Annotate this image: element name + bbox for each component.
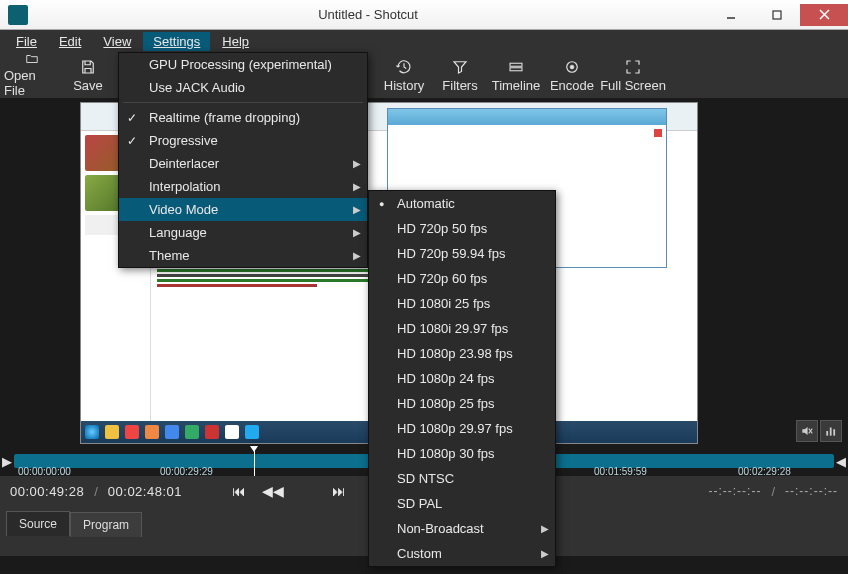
filters-button[interactable]: Filters — [432, 52, 488, 98]
maximize-button[interactable] — [754, 4, 800, 26]
submenu-arrow-icon: ▶ — [353, 181, 361, 192]
menu-view[interactable]: View — [93, 32, 141, 51]
history-button[interactable]: History — [376, 52, 432, 98]
svg-rect-11 — [830, 428, 832, 436]
vm-hd720p50[interactable]: HD 720p 50 fps — [369, 216, 555, 241]
submenu-arrow-icon: ▶ — [353, 158, 361, 169]
svg-rect-4 — [510, 63, 522, 66]
window-title: Untitled - Shotcut — [28, 7, 708, 22]
vm-hd1080p30[interactable]: HD 1080p 30 fps — [369, 441, 555, 466]
menu-realtime[interactable]: ✓Realtime (frame dropping) — [119, 106, 367, 129]
time-separator: / — [94, 484, 98, 499]
radio-selected-icon: ● — [379, 199, 384, 209]
timecode-3: 00:02:29:28 — [738, 466, 791, 477]
encode-label: Encode — [550, 78, 594, 93]
in-point: --:--:--:-- — [708, 484, 761, 498]
timecode-1: 00:00:29:29 — [160, 466, 213, 477]
check-icon: ✓ — [127, 134, 137, 148]
vm-hd1080p24[interactable]: HD 1080p 24 fps — [369, 366, 555, 391]
vm-hd1080p2398[interactable]: HD 1080p 23.98 fps — [369, 341, 555, 366]
tab-program[interactable]: Program — [70, 512, 142, 537]
video-mode-submenu: ●Automatic HD 720p 50 fps HD 720p 59.94 … — [368, 190, 556, 567]
save-label: Save — [73, 78, 103, 93]
timeline-scroll-left[interactable]: ▶ — [2, 452, 12, 470]
menu-file[interactable]: File — [6, 32, 47, 51]
vm-hd720p5994[interactable]: HD 720p 59.94 fps — [369, 241, 555, 266]
skip-end-button[interactable]: ⏭ — [332, 483, 346, 499]
timeline-label: Timeline — [492, 78, 541, 93]
skip-start-button[interactable]: ⏮ — [232, 483, 246, 499]
svg-rect-10 — [826, 431, 828, 436]
submenu-arrow-icon: ▶ — [353, 250, 361, 261]
tab-source[interactable]: Source — [6, 511, 70, 536]
vm-hd1080i2997[interactable]: HD 1080i 29.97 fps — [369, 316, 555, 341]
submenu-arrow-icon: ▶ — [353, 227, 361, 238]
full-screen-button[interactable]: Full Screen — [600, 52, 666, 98]
minimize-button[interactable] — [708, 4, 754, 26]
rewind-button[interactable]: ◀◀ — [262, 483, 284, 499]
vm-automatic[interactable]: ●Automatic — [369, 191, 555, 216]
menu-interpolation[interactable]: Interpolation▶ — [119, 175, 367, 198]
timecode-0: 00:00:00:00 — [18, 466, 71, 477]
app-icon — [8, 5, 28, 25]
save-button[interactable]: Save — [60, 52, 116, 98]
window-controls — [708, 4, 848, 26]
svg-rect-12 — [833, 429, 835, 435]
timeline-scroll-right[interactable]: ◀ — [836, 452, 846, 470]
encode-button[interactable]: Encode — [544, 52, 600, 98]
submenu-arrow-icon: ▶ — [541, 548, 549, 559]
menu-theme[interactable]: Theme▶ — [119, 244, 367, 267]
open-file-label: Open File — [4, 68, 60, 98]
submenu-arrow-icon: ▶ — [353, 204, 361, 215]
menu-gpu-processing[interactable]: GPU Processing (experimental) — [119, 53, 367, 76]
full-screen-label: Full Screen — [600, 78, 666, 93]
vm-hd1080p25[interactable]: HD 1080p 25 fps — [369, 391, 555, 416]
submenu-arrow-icon: ▶ — [541, 523, 549, 534]
svg-rect-5 — [510, 67, 522, 70]
menu-language[interactable]: Language▶ — [119, 221, 367, 244]
menu-help[interactable]: Help — [212, 32, 259, 51]
title-bar: Untitled - Shotcut — [0, 0, 848, 30]
check-icon: ✓ — [127, 111, 137, 125]
levels-button[interactable] — [820, 420, 842, 442]
vm-custom[interactable]: Custom▶ — [369, 541, 555, 566]
out-point: --:--:--:-- — [785, 484, 838, 498]
settings-menu: GPU Processing (experimental) Use JACK A… — [118, 52, 368, 268]
vm-hd1080p2997[interactable]: HD 1080p 29.97 fps — [369, 416, 555, 441]
menu-deinterlacer[interactable]: Deinterlacer▶ — [119, 152, 367, 175]
svg-rect-1 — [773, 11, 781, 19]
menu-settings[interactable]: Settings — [143, 32, 210, 51]
timecode-2: 00:01:59:59 — [594, 466, 647, 477]
menu-bar: File Edit View Settings Help — [0, 30, 848, 52]
timeline-button[interactable]: Timeline — [488, 52, 544, 98]
svg-point-7 — [570, 65, 574, 69]
mute-button[interactable] — [796, 420, 818, 442]
menu-jack-audio[interactable]: Use JACK Audio — [119, 76, 367, 99]
viewport-controls — [796, 420, 842, 442]
playback-controls: ⏮ ◀◀ ⏭ — [232, 483, 346, 499]
open-file-button[interactable]: Open File — [4, 52, 60, 98]
menu-video-mode[interactable]: Video Mode▶ — [119, 198, 367, 221]
playhead[interactable] — [254, 448, 255, 476]
current-time: 00:00:49:28 — [10, 484, 84, 499]
vm-nonbroadcast[interactable]: Non-Broadcast▶ — [369, 516, 555, 541]
vm-sdpal[interactable]: SD PAL — [369, 491, 555, 516]
menu-progressive[interactable]: ✓Progressive — [119, 129, 367, 152]
history-label: History — [384, 78, 424, 93]
vm-sdntsc[interactable]: SD NTSC — [369, 466, 555, 491]
total-time: 00:02:48:01 — [108, 484, 182, 499]
close-button[interactable] — [800, 4, 848, 26]
vm-hd720p60[interactable]: HD 720p 60 fps — [369, 266, 555, 291]
menu-edit[interactable]: Edit — [49, 32, 91, 51]
filters-label: Filters — [442, 78, 477, 93]
vm-hd1080i25[interactable]: HD 1080i 25 fps — [369, 291, 555, 316]
